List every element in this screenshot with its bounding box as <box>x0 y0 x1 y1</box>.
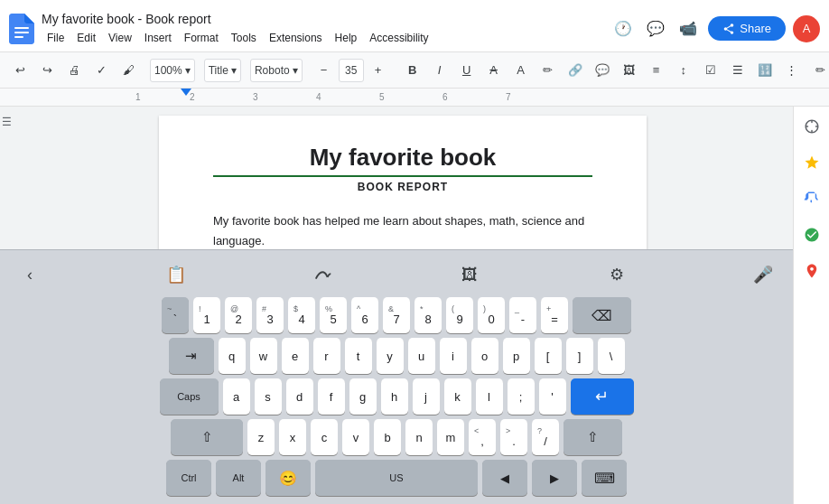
bold-button[interactable]: B <box>400 58 425 83</box>
menu-edit[interactable]: Edit <box>71 30 101 46</box>
key-q[interactable]: q <box>219 338 246 374</box>
key-8[interactable]: *8 <box>414 297 442 333</box>
key-arrow-left[interactable]: ◀ <box>482 460 527 496</box>
key-shift-right[interactable]: ⇧ <box>564 419 622 455</box>
align-button[interactable]: ≡ <box>644 58 669 83</box>
key-4[interactable]: $4 <box>288 297 315 333</box>
key-x[interactable]: x <box>279 419 306 455</box>
key-u[interactable]: u <box>408 338 435 374</box>
highlight-button[interactable]: ✏ <box>536 58 561 83</box>
paint-format-button[interactable]: 🖌 <box>116 58 141 83</box>
menu-view[interactable]: View <box>103 30 137 46</box>
key-k[interactable]: k <box>444 378 471 415</box>
key-a[interactable]: a <box>223 378 250 415</box>
outline-toggle[interactable]: ☰ <box>2 116 13 128</box>
tasks-icon[interactable] <box>799 222 824 247</box>
key-s[interactable]: s <box>255 378 282 415</box>
key-keyboard-hide[interactable]: ⌨ <box>582 460 627 496</box>
key-y[interactable]: y <box>377 338 404 374</box>
key-n[interactable]: n <box>405 419 433 455</box>
key-t[interactable]: t <box>345 338 372 374</box>
image-button[interactable]: 🖼 <box>617 58 642 83</box>
key-i[interactable]: i <box>440 338 467 374</box>
checklist-button[interactable]: ☑ <box>698 58 723 83</box>
redo-button[interactable]: ↪ <box>34 58 60 83</box>
keep-icon[interactable] <box>799 186 824 211</box>
menu-accessibility[interactable]: Accessibility <box>364 30 433 46</box>
key-r[interactable]: r <box>313 338 340 374</box>
menu-tools[interactable]: Tools <box>226 30 262 46</box>
line-spacing-button[interactable]: ↕ <box>671 58 696 83</box>
key-alt[interactable]: Alt <box>216 460 261 496</box>
key-minus[interactable]: _- <box>509 297 536 333</box>
key-o[interactable]: o <box>471 338 498 374</box>
bullet-list-button[interactable]: ☰ <box>725 58 750 83</box>
star-icon[interactable] <box>799 150 824 175</box>
keyboard-settings-button[interactable]: ⚙ <box>601 259 632 290</box>
key-tab[interactable]: ⇥ <box>169 338 214 374</box>
comments-icon[interactable]: 💬 <box>643 16 668 42</box>
pen-button[interactable]: ✏ <box>808 58 829 83</box>
text-color-button[interactable]: A <box>508 58 534 83</box>
key-c[interactable]: c <box>311 419 338 455</box>
key-p[interactable]: p <box>503 338 530 374</box>
history-icon[interactable]: 🕐 <box>610 16 636 42</box>
key-arrow-right[interactable]: ▶ <box>532 460 577 496</box>
key-z[interactable]: z <box>247 419 275 455</box>
key-7[interactable]: &7 <box>383 297 410 333</box>
key-emoji[interactable]: 😊 <box>265 460 311 496</box>
key-lbracket[interactable]: [ <box>535 338 562 374</box>
key-0[interactable]: )0 <box>478 297 505 333</box>
keyboard-signature-button[interactable] <box>308 259 339 290</box>
font-size-input[interactable]: 35 <box>339 59 364 82</box>
user-avatar[interactable]: A <box>793 15 820 42</box>
key-m[interactable]: m <box>437 419 464 455</box>
key-e[interactable]: e <box>282 338 309 374</box>
key-j[interactable]: j <box>413 378 440 415</box>
keyboard-image-button[interactable]: 🖼 <box>454 259 485 290</box>
keyboard-clipboard-button[interactable]: 📋 <box>161 259 191 290</box>
key-semicolon[interactable]: ; <box>508 378 535 415</box>
comment-button[interactable]: 💬 <box>590 58 615 83</box>
more-button[interactable]: ⋮ <box>779 58 805 83</box>
key-quote[interactable]: ' <box>539 378 566 415</box>
key-g[interactable]: g <box>349 378 377 415</box>
keyboard-mic-button[interactable]: 🎤 <box>748 259 778 290</box>
key-b[interactable]: b <box>374 419 401 455</box>
key-ctrl[interactable]: Ctrl <box>166 460 211 496</box>
key-9[interactable]: (9 <box>446 297 473 333</box>
key-f[interactable]: f <box>318 378 345 415</box>
key-6[interactable]: ^6 <box>351 297 378 333</box>
key-backtick[interactable]: ~` <box>162 297 189 333</box>
key-1[interactable]: !1 <box>193 297 220 333</box>
strikethrough-button[interactable]: A <box>481 58 507 83</box>
key-backspace[interactable]: ⌫ <box>573 297 631 333</box>
key-5[interactable]: %5 <box>320 297 347 333</box>
maps-icon[interactable] <box>799 258 824 284</box>
menu-format[interactable]: Format <box>179 30 224 46</box>
menu-insert[interactable]: Insert <box>139 30 177 46</box>
key-3[interactable]: #3 <box>256 297 284 333</box>
key-h[interactable]: h <box>381 378 408 415</box>
italic-button[interactable]: I <box>427 58 452 83</box>
key-l[interactable]: l <box>476 378 503 415</box>
explore-icon[interactable] <box>799 114 824 139</box>
menu-file[interactable]: File <box>42 30 70 46</box>
key-comma[interactable]: <, <box>469 419 496 455</box>
link-button[interactable]: 🔗 <box>563 58 588 83</box>
key-enter[interactable]: ↵ <box>571 378 634 415</box>
decrease-font-button[interactable]: − <box>312 58 337 83</box>
key-caps[interactable]: Caps <box>160 378 219 415</box>
menu-help[interactable]: Help <box>330 30 363 46</box>
key-period[interactable]: >. <box>500 419 527 455</box>
document-title[interactable]: My favorite book - Book report <box>42 11 610 27</box>
key-slash[interactable]: ?/ <box>532 419 559 455</box>
key-equals[interactable]: += <box>541 297 568 333</box>
key-backslash[interactable]: \ <box>598 338 625 374</box>
numbered-list-button[interactable]: 🔢 <box>752 58 778 83</box>
key-d[interactable]: d <box>286 378 313 415</box>
increase-font-button[interactable]: + <box>366 58 391 83</box>
video-icon[interactable]: 📹 <box>675 16 701 42</box>
key-shift-left[interactable]: ⇧ <box>171 419 243 455</box>
key-w[interactable]: w <box>250 338 277 374</box>
